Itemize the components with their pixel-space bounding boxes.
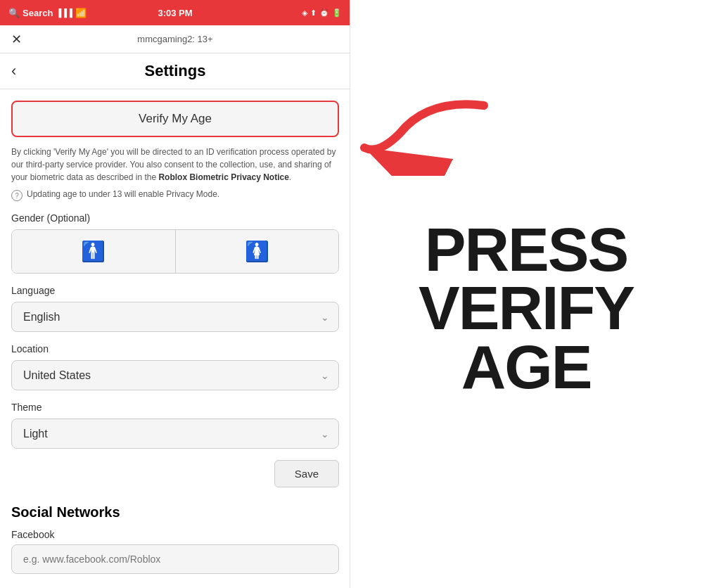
privacy-mode-note: ? Updating age to under 13 will enable P…: [11, 189, 339, 201]
location-dropdown-wrapper: United States United Kingdom Canada ⌄: [11, 360, 339, 390]
location-label: Location: [11, 343, 339, 354]
gender-selector: 🚹 🚺: [11, 229, 339, 274]
location-select[interactable]: United States United Kingdom Canada: [11, 360, 339, 390]
send-icon: ⬆: [310, 8, 317, 18]
male-gender-button[interactable]: 🚹: [12, 230, 176, 273]
arrow-container: [357, 91, 498, 179]
signal-icon: ▐▐▐: [56, 8, 72, 17]
facebook-label: Facebook: [11, 529, 339, 540]
male-icon: 🚹: [81, 240, 106, 263]
language-dropdown-container: English Spanish French ⌄: [11, 302, 339, 332]
battery-icon: 🔋: [332, 8, 342, 18]
save-row: Save: [11, 460, 339, 487]
phone-top-bar: ✕ mmcgaming2: 13+: [0, 25, 350, 53]
theme-label: Theme: [11, 402, 339, 413]
carrier-label: Search: [23, 8, 53, 18]
app-content: ‹ Settings Verify My Age By clicking 'Ve…: [0, 53, 350, 588]
female-gender-button[interactable]: 🚺: [176, 230, 339, 273]
verify-age-button[interactable]: Verify My Age: [11, 101, 339, 137]
search-icon: 🔍: [8, 8, 20, 18]
location-icon: ◈: [302, 8, 307, 18]
status-bar: 🔍 Search ▐▐▐ 📶 3:03 PM ◈ ⬆ ⏰ 🔋: [0, 0, 350, 25]
alarm-icon: ⏰: [319, 8, 329, 18]
annotation-line1: PRESS: [425, 220, 627, 279]
annotation-text: PRESS VERIFY AGE: [419, 192, 634, 397]
location-dropdown-container: United States United Kingdom Canada ⌄: [11, 360, 339, 390]
theme-dropdown-wrapper: Light Dark ⌄: [11, 418, 339, 449]
close-button[interactable]: ✕: [11, 32, 22, 47]
status-bar-time: 3:03 PM: [158, 8, 192, 18]
back-button[interactable]: ‹: [11, 62, 16, 80]
annotation-line2: VERIFY: [419, 279, 634, 338]
settings-header: ‹ Settings: [0, 53, 350, 89]
gender-label: Gender (Optional): [11, 212, 339, 224]
language-label: Language: [11, 285, 339, 296]
info-text: By clicking 'Verify My Age' you will be …: [11, 146, 339, 184]
right-panel: PRESS VERIFY AGE: [350, 0, 702, 588]
facebook-input[interactable]: [11, 544, 339, 574]
username-label: mmcgaming2: 13+: [137, 34, 212, 44]
content-area: Verify My Age By clicking 'Verify My Age…: [0, 89, 350, 585]
theme-select[interactable]: Light Dark: [11, 418, 339, 449]
privacy-notice-link[interactable]: Roblox Biometric Privacy Notice: [158, 172, 288, 182]
page-title: Settings: [145, 62, 206, 80]
arrow-svg: [357, 91, 498, 176]
wifi-icon: 📶: [75, 8, 87, 18]
female-icon: 🚺: [245, 240, 269, 263]
status-bar-left: 🔍 Search ▐▐▐ 📶: [8, 8, 87, 18]
language-select[interactable]: English Spanish French: [11, 302, 339, 332]
social-networks-title: Social Networks: [11, 504, 339, 520]
save-button[interactable]: Save: [274, 460, 339, 487]
theme-dropdown-container: Light Dark ⌄: [11, 418, 339, 449]
annotation-line3: AGE: [461, 338, 592, 397]
status-bar-right: ◈ ⬆ ⏰ 🔋: [302, 8, 342, 18]
info-icon: ?: [11, 190, 23, 201]
language-dropdown-wrapper: English Spanish French ⌄: [11, 302, 339, 332]
